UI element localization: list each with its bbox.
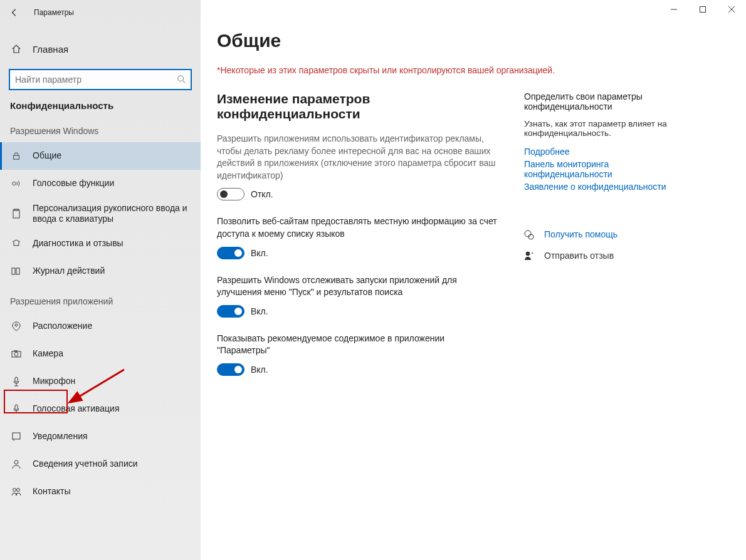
search-icon — [177, 75, 186, 85]
voice-activation-icon — [10, 404, 23, 414]
search-box[interactable] — [9, 69, 192, 90]
link-give-feedback[interactable]: Отправить отзыв — [544, 251, 614, 261]
right-title: Определить свои параметры конфиденциальн… — [524, 91, 687, 111]
svg-rect-17 — [700, 7, 706, 13]
setting-suggested-content: Показывать рекомендуемое содержимое в пр… — [217, 333, 499, 376]
sidebar-item-diagnostics[interactable]: Диагностика и отзывы — [0, 230, 201, 257]
search-input[interactable] — [15, 75, 177, 85]
setting-desc: Разрешить Windows отслеживать запуски пр… — [217, 274, 499, 299]
svg-point-16 — [17, 489, 20, 492]
notifications-icon — [10, 432, 23, 441]
sidebar-item-label: Голосовые функции — [33, 178, 201, 189]
window-controls — [659, 0, 746, 19]
sidebar-item-label: Общие — [33, 150, 201, 162]
sidebar-home-label: Главная — [33, 44, 68, 54]
sidebar-item-voice-activation[interactable]: Голосовая активация — [0, 395, 201, 423]
svg-point-20 — [526, 252, 530, 256]
toggle-advertising-id[interactable] — [217, 188, 244, 200]
setting-desc: Позволить веб-сайтам предоставлять местн… — [217, 215, 499, 240]
clipboard-icon — [10, 209, 23, 219]
sidebar-item-label: Диагностика и отзывы — [33, 238, 201, 249]
home-icon — [10, 44, 23, 54]
sidebar-item-inking[interactable]: Персонализация рукописного ввода и ввода… — [0, 197, 201, 230]
link-privacy-dashboard[interactable]: Панель мониторинга конфиденциальности — [524, 159, 687, 179]
history-icon — [10, 267, 23, 276]
sidebar-item-notifications[interactable]: Уведомления — [0, 423, 201, 450]
sidebar-home[interactable]: Главная — [0, 36, 201, 61]
toggle-state-label: Откл. — [251, 189, 273, 199]
sidebar-item-label: Персонализация рукописного ввода и ввода… — [33, 203, 201, 225]
main-content: Общие *Некоторые из этих параметров скры… — [201, 0, 746, 560]
lock-icon — [10, 152, 23, 160]
page-title: Общие — [217, 30, 730, 51]
sidebar-item-camera[interactable]: Камера — [0, 340, 201, 368]
feedback-icon — [524, 251, 535, 263]
org-warning: *Некоторые из этих параметров скрыты или… — [217, 65, 730, 75]
sidebar-item-label: Камера — [33, 348, 201, 360]
right-panel: Определить свои параметры конфиденциальн… — [524, 91, 687, 391]
toggle-state-label: Вкл. — [251, 365, 268, 375]
sidebar-item-location[interactable]: Расположение — [0, 313, 201, 340]
camera-icon — [10, 350, 23, 358]
svg-rect-11 — [15, 377, 18, 382]
svg-rect-5 — [12, 268, 15, 274]
sidebar: Параметры Главная Конфиденциальность Раз… — [0, 0, 201, 560]
svg-point-7 — [15, 324, 18, 326]
toggle-website-language[interactable] — [217, 247, 244, 259]
svg-point-15 — [13, 489, 16, 492]
sidebar-item-microphone[interactable]: Микрофон — [0, 368, 201, 395]
sidebar-item-label: Уведомления — [33, 431, 201, 442]
feedback-icon — [10, 239, 23, 248]
svg-rect-6 — [16, 268, 19, 274]
sidebar-item-general[interactable]: Общие — [0, 142, 201, 170]
setting-website-language: Позволить веб-сайтам предоставлять местн… — [217, 215, 499, 259]
help-icon — [524, 230, 535, 242]
toggle-suggested-content[interactable] — [217, 363, 244, 376]
sidebar-item-label: Расположение — [33, 321, 201, 332]
link-get-help[interactable]: Получить помощь — [544, 229, 617, 239]
right-desc: Узнать, как этот параметр влияет на конф… — [524, 119, 687, 138]
svg-rect-1 — [14, 155, 19, 159]
sidebar-item-label: Контакты — [33, 486, 201, 497]
toggle-state-label: Вкл. — [251, 248, 268, 258]
back-button[interactable] — [9, 7, 20, 18]
svg-rect-3 — [13, 210, 19, 218]
svg-rect-10 — [14, 350, 17, 351]
setting-desc: Показывать рекомендуемое содержимое в пр… — [217, 333, 499, 357]
link-learn-more[interactable]: Подробнее — [524, 147, 687, 157]
sidebar-group-windows-permissions: Разрешения Windows — [0, 115, 201, 142]
setting-app-launch-tracking: Разрешить Windows отслеживать запуски пр… — [217, 274, 499, 318]
sidebar-item-contacts[interactable]: Контакты — [0, 478, 201, 506]
minimize-button[interactable] — [659, 0, 688, 19]
svg-point-0 — [178, 75, 184, 81]
close-button[interactable] — [717, 0, 746, 19]
sidebar-item-label: Сведения учетной записи — [33, 459, 201, 470]
sidebar-group-app-permissions: Разрешения приложений — [0, 285, 201, 313]
sidebar-item-label: Журнал действий — [33, 266, 201, 277]
sidebar-item-activity-history[interactable]: Журнал действий — [0, 257, 201, 285]
link-privacy-statement[interactable]: Заявление о конфиденциальности — [524, 182, 687, 192]
titlebar: Параметры — [0, 3, 201, 23]
location-icon — [10, 321, 23, 331]
svg-rect-12 — [15, 405, 18, 410]
section-title: Изменение параметров конфиденциальности — [217, 91, 499, 122]
maximize-button[interactable] — [688, 0, 717, 19]
contacts-icon — [10, 487, 23, 496]
svg-point-18 — [525, 231, 531, 237]
sidebar-item-speech[interactable]: Голосовые функции — [0, 170, 201, 197]
sidebar-item-label: Голосовая активация — [33, 403, 201, 415]
svg-point-14 — [14, 460, 18, 464]
window-title: Параметры — [34, 8, 74, 17]
svg-point-9 — [14, 353, 18, 356]
sidebar-item-label: Микрофон — [33, 376, 201, 387]
microphone-icon — [10, 376, 23, 386]
account-icon — [10, 460, 23, 469]
setting-desc: Разрешить приложениям использовать идент… — [217, 133, 499, 182]
svg-point-2 — [13, 182, 16, 185]
speech-icon — [10, 179, 23, 188]
sidebar-category: Конфиденциальность — [0, 95, 201, 115]
toggle-state-label: Вкл. — [251, 306, 268, 316]
setting-advertising-id: Разрешить приложениям использовать идент… — [217, 133, 499, 200]
sidebar-item-account-info[interactable]: Сведения учетной записи — [0, 450, 201, 478]
toggle-app-launch-tracking[interactable] — [217, 305, 244, 318]
